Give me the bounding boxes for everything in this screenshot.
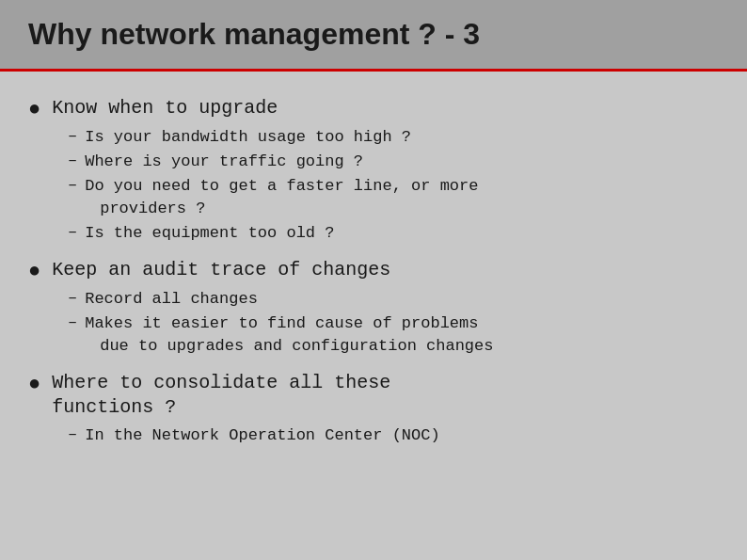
sub-text-1-1: Is your bandwidth usage too high ? <box>85 127 411 149</box>
title-bar: Why network management ? - 3 <box>0 0 747 69</box>
sub-dash-1-4: – <box>68 223 77 241</box>
bullet-dot-3: ● <box>28 373 40 396</box>
bullet-section-3: ● Where to consolidate all these functio… <box>28 371 719 447</box>
bullet-item-3: ● Where to consolidate all these functio… <box>28 371 719 420</box>
sub-text-2-2: Makes it easier to find cause of problem… <box>85 314 478 332</box>
sub-dash-1-3: – <box>68 176 77 194</box>
sub-items-1: – Is your bandwidth usage too high ? – W… <box>68 127 719 245</box>
bullet-item-1: ● Know when to upgrade <box>28 96 719 121</box>
sub-items-3: – In the Network Operation Center (NOC) <box>68 425 719 447</box>
sub-text-1-4: Is the equipment too old ? <box>85 223 334 245</box>
sub-dash-2-1: – <box>68 289 77 307</box>
sub-item-1-4: – Is the equipment too old ? <box>68 223 719 245</box>
sub-text-block-2-2: Makes it easier to find cause of problem… <box>85 313 493 358</box>
sub-text-2-2-cont: due to upgrades and configuration change… <box>100 336 493 358</box>
sub-item-1-1: – Is your bandwidth usage too high ? <box>68 127 719 149</box>
sub-text-3-1: In the Network Operation Center (NOC) <box>85 425 439 447</box>
bullet-label-3b: functions ? <box>52 395 390 420</box>
sub-item-2-1: – Record all changes <box>68 289 719 311</box>
sub-items-2: – Record all changes – Makes it easier t… <box>68 289 719 358</box>
bullet-section-2: ● Keep an audit trace of changes – Recor… <box>28 258 719 358</box>
bullet-section-1: ● Know when to upgrade – Is your bandwid… <box>28 96 719 245</box>
bullet-label-block-3: Where to consolidate all these functions… <box>52 371 390 420</box>
bullet-label-2: Keep an audit trace of changes <box>52 258 390 282</box>
sub-dash-1-1: – <box>68 127 77 145</box>
bullet-dot-1: ● <box>28 98 40 121</box>
bullet-label-1: Know when to upgrade <box>52 96 278 120</box>
sub-item-1-3: – Do you need to get a faster line, or m… <box>68 176 719 220</box>
sub-text-1-2: Where is your traffic going ? <box>85 152 363 173</box>
sub-text-2-1: Record all changes <box>85 289 258 311</box>
slide-title: Why network management ? - 3 <box>28 17 480 51</box>
divider <box>0 69 747 72</box>
bullet-dot-2: ● <box>28 260 40 283</box>
sub-dash-1-2: – <box>68 152 77 169</box>
sub-item-3-1: – In the Network Operation Center (NOC) <box>68 425 719 447</box>
slide: Why network management ? - 3 ● Know when… <box>0 0 747 560</box>
sub-item-2-2: – Makes it easier to find cause of probl… <box>68 313 719 358</box>
sub-item-1-2: – Where is your traffic going ? <box>68 152 719 173</box>
sub-text-block-1-3: Do you need to get a faster line, or mor… <box>85 176 478 220</box>
bullet-label-3a: Where to consolidate all these <box>52 371 390 395</box>
bullet-item-2: ● Keep an audit trace of changes <box>28 258 719 283</box>
sub-text-1-3-cont: providers ? <box>100 199 478 220</box>
sub-dash-2-2: – <box>68 313 77 331</box>
sub-text-1-3: Do you need to get a faster line, or mor… <box>85 177 478 195</box>
sub-dash-3-1: – <box>68 425 77 443</box>
slide-content: ● Know when to upgrade – Is your bandwid… <box>0 88 747 469</box>
